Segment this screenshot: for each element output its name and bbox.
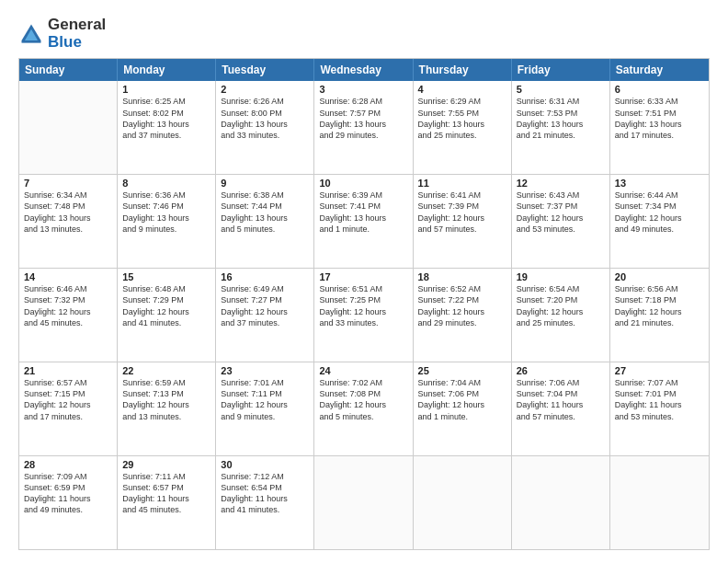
cell-info: Sunrise: 6:29 AMSunset: 7:55 PMDaylight:… [418,96,506,141]
logo-icon [18,21,44,47]
calendar-body: 1Sunrise: 6:25 AMSunset: 8:02 PMDaylight… [19,81,709,549]
calendar-cell: 14Sunrise: 6:46 AMSunset: 7:32 PMDayligh… [19,269,118,362]
cell-info: Sunrise: 6:59 AMSunset: 7:13 PMDaylight:… [122,377,210,422]
day-number: 13 [615,178,704,189]
calendar-cell: 19Sunrise: 6:54 AMSunset: 7:20 PMDayligh… [512,269,610,362]
calendar-header: SundayMondayTuesdayWednesdayThursdayFrid… [19,59,709,81]
calendar-cell: 23Sunrise: 7:01 AMSunset: 7:11 PMDayligh… [216,362,314,455]
day-number: 5 [517,84,605,95]
cell-info: Sunrise: 7:02 AMSunset: 7:08 PMDaylight:… [319,377,407,422]
calendar-cell: 5Sunrise: 6:31 AMSunset: 7:53 PMDaylight… [512,81,610,174]
cell-info: Sunrise: 7:01 AMSunset: 7:11 PMDaylight:… [221,377,309,422]
cell-info: Sunrise: 6:34 AMSunset: 7:48 PMDaylight:… [24,190,112,235]
cell-info: Sunrise: 6:39 AMSunset: 7:41 PMDaylight:… [319,190,407,235]
day-number: 7 [24,178,112,189]
cell-info: Sunrise: 6:43 AMSunset: 7:37 PMDaylight:… [517,190,605,235]
day-number: 15 [122,271,210,282]
calendar-cell: 21Sunrise: 6:57 AMSunset: 7:15 PMDayligh… [19,362,118,455]
calendar-cell: 25Sunrise: 7:04 AMSunset: 7:06 PMDayligh… [414,362,512,455]
calendar-cell: 2Sunrise: 6:26 AMSunset: 8:00 PMDaylight… [216,81,314,174]
cell-info: Sunrise: 6:26 AMSunset: 8:00 PMDaylight:… [221,96,309,141]
header-cell-thursday: Thursday [414,59,512,81]
cell-info: Sunrise: 6:57 AMSunset: 7:15 PMDaylight:… [24,377,112,422]
day-number: 25 [418,365,506,376]
day-number: 28 [24,459,112,470]
day-number: 14 [24,271,112,282]
calendar-cell: 4Sunrise: 6:29 AMSunset: 7:55 PMDaylight… [414,81,512,174]
calendar-cell: 16Sunrise: 6:49 AMSunset: 7:27 PMDayligh… [216,269,314,362]
cell-info: Sunrise: 6:28 AMSunset: 7:57 PMDaylight:… [319,96,407,141]
calendar-cell: 24Sunrise: 7:02 AMSunset: 7:08 PMDayligh… [314,362,413,455]
day-number: 1 [122,84,210,95]
day-number: 22 [122,365,210,376]
day-number: 11 [418,178,506,189]
cell-info: Sunrise: 6:38 AMSunset: 7:44 PMDaylight:… [221,190,309,235]
header-cell-monday: Monday [118,59,216,81]
cell-info: Sunrise: 7:04 AMSunset: 7:06 PMDaylight:… [418,377,506,422]
logo-text: GeneralBlue [48,17,106,51]
header-cell-tuesday: Tuesday [216,59,314,81]
calendar-row-3: 21Sunrise: 6:57 AMSunset: 7:15 PMDayligh… [19,362,709,455]
header-cell-friday: Friday [512,59,610,81]
day-number: 16 [221,271,309,282]
cell-info: Sunrise: 6:49 AMSunset: 7:27 PMDaylight:… [221,283,309,328]
cell-info: Sunrise: 6:36 AMSunset: 7:46 PMDaylight:… [122,190,210,235]
calendar-cell [19,81,118,174]
day-number: 30 [221,459,309,470]
day-number: 8 [122,178,210,189]
calendar-row-2: 14Sunrise: 6:46 AMSunset: 7:32 PMDayligh… [19,268,709,362]
day-number: 9 [221,178,309,189]
cell-info: Sunrise: 7:06 AMSunset: 7:04 PMDaylight:… [517,377,605,422]
calendar-cell: 27Sunrise: 7:07 AMSunset: 7:01 PMDayligh… [610,362,709,455]
cell-info: Sunrise: 6:56 AMSunset: 7:18 PMDaylight:… [615,283,704,328]
day-number: 6 [615,84,704,95]
cell-info: Sunrise: 6:54 AMSunset: 7:20 PMDaylight:… [517,283,605,328]
calendar-cell: 20Sunrise: 6:56 AMSunset: 7:18 PMDayligh… [610,269,709,362]
day-number: 18 [418,271,506,282]
day-number: 21 [24,365,112,376]
cell-info: Sunrise: 6:33 AMSunset: 7:51 PMDaylight:… [615,96,704,141]
header-cell-wednesday: Wednesday [314,59,413,81]
calendar-cell: 7Sunrise: 6:34 AMSunset: 7:48 PMDaylight… [19,175,118,268]
day-number: 23 [221,365,309,376]
calendar-cell: 6Sunrise: 6:33 AMSunset: 7:51 PMDaylight… [610,81,709,174]
calendar-row-0: 1Sunrise: 6:25 AMSunset: 8:02 PMDaylight… [19,81,709,174]
calendar-row-1: 7Sunrise: 6:34 AMSunset: 7:48 PMDaylight… [19,174,709,268]
cell-info: Sunrise: 6:25 AMSunset: 8:02 PMDaylight:… [122,96,210,141]
day-number: 2 [221,84,309,95]
calendar-cell: 12Sunrise: 6:43 AMSunset: 7:37 PMDayligh… [512,175,610,268]
calendar-cell: 8Sunrise: 6:36 AMSunset: 7:46 PMDaylight… [118,175,216,268]
cell-info: Sunrise: 7:12 AMSunset: 6:54 PMDaylight:… [221,471,309,516]
calendar-cell: 17Sunrise: 6:51 AMSunset: 7:25 PMDayligh… [314,269,413,362]
day-number: 24 [319,365,407,376]
header-cell-saturday: Saturday [610,59,709,81]
calendar-cell: 13Sunrise: 6:44 AMSunset: 7:34 PMDayligh… [610,175,709,268]
cell-info: Sunrise: 7:09 AMSunset: 6:59 PMDaylight:… [24,471,112,516]
calendar-cell [512,456,610,549]
calendar: SundayMondayTuesdayWednesdayThursdayFrid… [18,58,710,550]
day-number: 27 [615,365,704,376]
calendar-cell: 1Sunrise: 6:25 AMSunset: 8:02 PMDaylight… [118,81,216,174]
calendar-cell: 22Sunrise: 6:59 AMSunset: 7:13 PMDayligh… [118,362,216,455]
calendar-cell: 26Sunrise: 7:06 AMSunset: 7:04 PMDayligh… [512,362,610,455]
calendar-cell: 29Sunrise: 7:11 AMSunset: 6:57 PMDayligh… [118,456,216,549]
day-number: 12 [517,178,605,189]
calendar-cell: 30Sunrise: 7:12 AMSunset: 6:54 PMDayligh… [216,456,314,549]
calendar-cell [314,456,413,549]
cell-info: Sunrise: 6:41 AMSunset: 7:39 PMDaylight:… [418,190,506,235]
cell-info: Sunrise: 7:07 AMSunset: 7:01 PMDaylight:… [615,377,704,422]
calendar-cell: 28Sunrise: 7:09 AMSunset: 6:59 PMDayligh… [19,456,118,549]
calendar-cell: 18Sunrise: 6:52 AMSunset: 7:22 PMDayligh… [414,269,512,362]
cell-info: Sunrise: 6:44 AMSunset: 7:34 PMDaylight:… [615,190,704,235]
day-number: 10 [319,178,407,189]
day-number: 19 [517,271,605,282]
calendar-cell [610,456,709,549]
cell-info: Sunrise: 6:48 AMSunset: 7:29 PMDaylight:… [122,283,210,328]
svg-rect-2 [22,40,41,43]
day-number: 17 [319,271,407,282]
header-cell-sunday: Sunday [19,59,118,81]
day-number: 4 [418,84,506,95]
page: GeneralBlue SundayMondayTuesdayWednesday… [0,0,728,563]
calendar-cell: 3Sunrise: 6:28 AMSunset: 7:57 PMDaylight… [314,81,413,174]
cell-info: Sunrise: 6:52 AMSunset: 7:22 PMDaylight:… [418,283,506,328]
